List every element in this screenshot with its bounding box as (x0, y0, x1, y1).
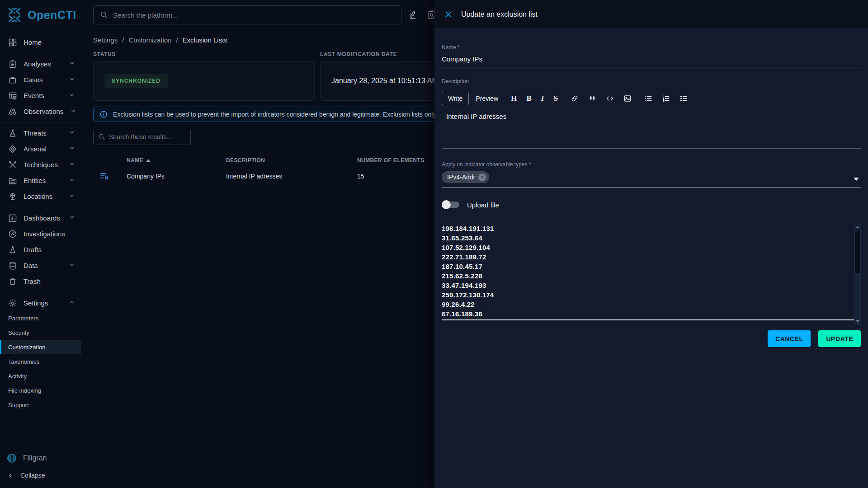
sidebar-item-analyses[interactable]: Analyses (0, 56, 81, 72)
toggle-knob (442, 200, 451, 209)
description-editor[interactable]: Internal IP adresses (442, 113, 861, 149)
sidebar-item-observations[interactable]: Observations (0, 103, 81, 119)
sidebar-item-taxonomies[interactable]: Taxonomies (0, 354, 81, 369)
ip-entry: 250.172.130.174 (442, 290, 861, 300)
sidebar-item-techniques[interactable]: Techniques (0, 157, 81, 173)
sidebar-item-parameters[interactable]: Parameters (0, 311, 81, 325)
breadcrumb-separator: / (122, 36, 124, 44)
sidebar-item-label: Data (24, 262, 38, 269)
logo-text: OpenCTI (28, 9, 76, 22)
drawer-actions: CANCEL UPDATE (442, 330, 861, 347)
platform-search[interactable] (93, 5, 401, 24)
breadcrumb-customization[interactable]: Customization (128, 36, 171, 44)
upload-file-label: Upload file (467, 201, 499, 209)
sidebar-item-data[interactable]: Data (0, 258, 81, 273)
sidebar-item-support[interactable]: Support (0, 398, 81, 412)
checklist-icon[interactable] (679, 94, 688, 103)
row-name: Company IPs (127, 173, 226, 180)
bold-icon[interactable]: B (526, 94, 531, 103)
sidebar-item-home[interactable]: Home (0, 34, 81, 50)
upload-file-toggle[interactable] (443, 202, 459, 208)
scrollbar-thumb[interactable] (854, 230, 860, 274)
chevron-up-icon (68, 299, 75, 307)
sidebar-item-cases[interactable]: Cases (0, 72, 81, 88)
platform-search-input[interactable] (113, 11, 395, 19)
collapse-label: Collapse (20, 472, 45, 479)
chip-delete-icon[interactable]: ✕ (478, 174, 486, 181)
column-header-description[interactable]: DESCRIPTION (226, 157, 357, 164)
link-icon[interactable] (571, 94, 579, 103)
filigran-logo (6, 453, 17, 464)
sidebar-item-label: Drafts (24, 246, 42, 253)
heading-icon[interactable]: H (511, 94, 517, 103)
logo[interactable]: OpenCTI (0, 0, 81, 30)
chevron-down-icon (68, 145, 75, 153)
chip-ipv4-addr: IPv4-Addr ✕ (442, 171, 489, 183)
sidebar-item-locations[interactable]: Locations (0, 188, 81, 204)
folder-table-icon (8, 176, 17, 185)
name-input[interactable] (442, 55, 861, 63)
textarea-scrollbar[interactable] (854, 224, 861, 325)
sidebar-divider (0, 207, 81, 207)
sidebar-item-arsenal[interactable]: Arsenal (0, 141, 81, 157)
dropdown-caret-icon[interactable] (854, 178, 859, 181)
chart-icon (8, 214, 17, 223)
italic-icon[interactable]: I (541, 94, 544, 103)
ip-entry: 222.71.189.72 (442, 252, 861, 262)
observable-types-select[interactable]: IPv4-Addr ✕ (442, 171, 861, 188)
drawer-header: Update an exclusion list (434, 0, 868, 29)
sidebar-item-investigations[interactable]: Investigations (0, 226, 81, 242)
close-icon[interactable] (444, 10, 453, 19)
sidebar-item-label: Threats (24, 129, 47, 137)
advanced-search-icon[interactable] (408, 10, 418, 20)
drawer-body: Name * Description Write Preview H B I S (434, 29, 868, 347)
strikethrough-icon[interactable]: S (553, 94, 557, 103)
ul-icon[interactable] (644, 94, 652, 103)
sidebar-item-trash[interactable]: Trash (0, 273, 81, 289)
sidebar-item-events[interactable]: Events (0, 88, 81, 103)
quote-icon[interactable] (588, 94, 596, 103)
tab-preview[interactable]: Preview (476, 95, 498, 102)
collapse-button[interactable]: Collapse (0, 467, 81, 483)
sidebar-item-entities[interactable]: Entities (0, 173, 81, 188)
ip-list-textarea[interactable]: 198.184.191.131 31.65.253.64 107.52.129.… (442, 224, 861, 320)
status-card: SYNCHRONIZED (93, 61, 315, 101)
sidebar-item-drafts[interactable]: Drafts (0, 242, 81, 258)
image-icon[interactable] (623, 94, 632, 103)
drawer-title: Update an exclusion list (461, 10, 538, 19)
chevron-down-icon (68, 91, 75, 100)
md-list-group (644, 94, 688, 103)
tab-write[interactable]: Write (442, 92, 469, 105)
last-modification-value: January 28, 2025 at 10:51:13 AM (331, 77, 438, 85)
results-search-input[interactable] (109, 133, 186, 141)
update-button[interactable]: UPDATE (818, 330, 861, 347)
sidebar-item-file-indexing[interactable]: File indexing (0, 383, 81, 398)
sidebar-item-settings[interactable]: Settings (0, 295, 81, 311)
ol-icon[interactable] (662, 94, 670, 103)
code-icon[interactable] (606, 94, 614, 103)
sidebar-item-label: Dashboards (24, 214, 60, 222)
sidebar-item-threats[interactable]: Threats (0, 125, 81, 141)
breadcrumb-settings[interactable]: Settings (93, 36, 118, 44)
cancel-button[interactable]: CANCEL (768, 330, 811, 347)
sidebar-item-label: Arsenal (24, 145, 47, 153)
chevron-down-icon (68, 192, 75, 201)
scrollbar-up-icon[interactable] (856, 226, 859, 228)
scrollbar-down-icon[interactable] (856, 320, 859, 323)
filigran-link[interactable]: Filigran (0, 449, 81, 467)
sidebar-item-activity[interactable]: Activity (0, 369, 81, 383)
sidebar-item-label: Cases (24, 76, 43, 84)
sidebar-item-security[interactable]: Security (0, 325, 81, 340)
results-search[interactable] (93, 129, 191, 145)
sidebar-item-label: Techniques (24, 161, 58, 169)
column-header-name[interactable]: NAME (127, 157, 226, 164)
breadcrumb-separator: / (176, 36, 178, 44)
sidebar-item-customization[interactable]: Customization (0, 340, 81, 354)
sidebar-item-label: Investigations (24, 230, 65, 238)
chevron-down-icon (68, 261, 75, 270)
apply-field: Apply on indicator observable types * IP… (442, 161, 861, 188)
sidebar-item-label: Trash (24, 277, 41, 285)
binoculars-icon (8, 107, 17, 116)
sidebar-item-dashboards[interactable]: Dashboards (0, 210, 81, 226)
sidebar-item-label: Observations (24, 108, 63, 115)
